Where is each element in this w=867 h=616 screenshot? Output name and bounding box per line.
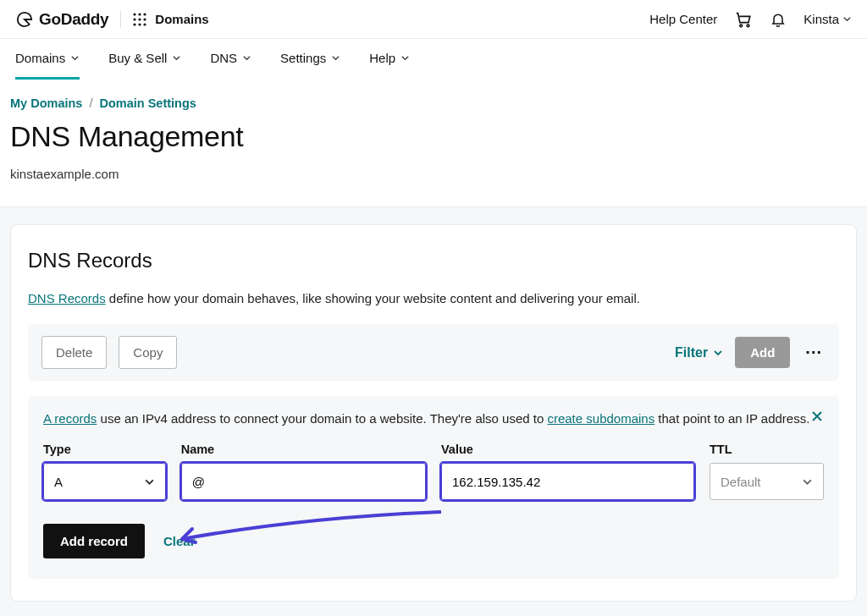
crumb-domain-settings[interactable]: Domain Settings <box>99 96 196 110</box>
nav-label: Buy & Sell <box>108 51 167 65</box>
chevron-down-icon <box>144 476 155 487</box>
chevron-down-icon <box>70 53 80 63</box>
card-desc-text: define how your domain behaves, like sho… <box>106 291 640 305</box>
top-bar: GoDaddy Domains Help Center Kinsta <box>0 0 867 39</box>
add-record-button[interactable]: Add record <box>43 524 145 558</box>
svg-point-2 <box>144 13 146 15</box>
clear-link[interactable]: Clear <box>163 534 196 548</box>
crumb-my-domains[interactable]: My Domains <box>10 96 82 110</box>
svg-point-4 <box>139 18 141 20</box>
dns-records-help-link[interactable]: DNS Records <box>28 291 106 305</box>
field-ttl: TTL Default <box>710 443 824 500</box>
nav-label: Settings <box>280 51 326 65</box>
nav-buy-sell[interactable]: Buy & Sell <box>108 51 181 80</box>
nav-label: Help <box>369 51 395 65</box>
nav-label: Domains <box>15 51 65 65</box>
user-menu[interactable]: Kinsta <box>803 12 852 26</box>
records-toolbar: Delete Copy Filter Add ··· <box>28 324 839 381</box>
record-form-panel: A records use an IPv4 address to connect… <box>28 396 839 579</box>
info-text: A records use an IPv4 address to connect… <box>43 411 824 426</box>
brand-name: GoDaddy <box>39 10 108 29</box>
type-value: A <box>54 475 63 489</box>
svg-point-9 <box>740 24 743 26</box>
content-area: DNS Records DNS Records define how your … <box>0 206 867 616</box>
type-label: Type <box>43 443 166 456</box>
value-label: Value <box>441 443 694 456</box>
ttl-value: Default <box>721 475 761 489</box>
svg-point-5 <box>144 18 146 20</box>
divider <box>120 11 121 28</box>
svg-point-3 <box>134 18 136 20</box>
add-button[interactable]: Add <box>735 337 790 368</box>
a-records-link[interactable]: A records <box>43 411 97 426</box>
brand-logo[interactable]: GoDaddy <box>15 10 108 29</box>
annotation-arrow-icon <box>170 509 450 547</box>
name-input[interactable] <box>192 475 415 489</box>
chevron-down-icon <box>802 476 813 487</box>
svg-point-0 <box>134 13 136 15</box>
create-subdomains-link[interactable]: create subdomains <box>547 411 654 426</box>
help-center-link[interactable]: Help Center <box>649 12 717 26</box>
nav-label: DNS <box>210 51 237 65</box>
card-heading: DNS Records <box>28 249 839 272</box>
chevron-down-icon <box>331 53 340 63</box>
topbar-section-label[interactable]: Domains <box>155 12 208 26</box>
card-description: DNS Records define how your domain behav… <box>28 291 839 305</box>
svg-point-6 <box>134 23 136 25</box>
copy-button[interactable]: Copy <box>119 336 177 369</box>
page-subtitle-domain: kinstaexample.com <box>10 167 857 181</box>
cart-icon[interactable] <box>734 10 753 29</box>
delete-button[interactable]: Delete <box>41 336 107 369</box>
user-name: Kinsta <box>803 12 839 26</box>
chevron-down-icon <box>242 53 251 63</box>
svg-point-1 <box>139 13 141 15</box>
ttl-select[interactable]: Default <box>710 463 824 500</box>
svg-point-8 <box>144 23 146 25</box>
field-name: Name <box>181 443 426 500</box>
svg-point-10 <box>747 24 749 26</box>
filter-label: Filter <box>675 345 708 360</box>
ttl-label: TTL <box>710 443 824 456</box>
chevron-down-icon <box>172 53 181 63</box>
apps-grid-icon[interactable] <box>133 13 146 26</box>
dns-records-card: DNS Records DNS Records define how your … <box>10 224 857 602</box>
close-icon[interactable] <box>810 410 824 426</box>
filter-button[interactable]: Filter <box>675 345 723 360</box>
nav-domains[interactable]: Domains <box>15 51 80 80</box>
crumb-separator: / <box>89 96 92 110</box>
breadcrumb: My Domains / Domain Settings <box>10 96 857 110</box>
name-label: Name <box>181 443 426 456</box>
value-input[interactable] <box>452 475 683 489</box>
name-input-wrap <box>181 463 426 500</box>
chevron-down-icon <box>400 53 410 63</box>
more-menu-icon[interactable]: ··· <box>802 343 826 362</box>
form-actions: Add record Clear <box>43 524 824 558</box>
svg-point-7 <box>139 23 141 25</box>
chevron-down-icon <box>842 14 852 24</box>
type-select[interactable]: A <box>43 463 166 500</box>
nav-settings[interactable]: Settings <box>280 51 340 80</box>
value-input-wrap <box>441 463 694 500</box>
chevron-down-icon <box>713 348 723 358</box>
godaddy-icon <box>15 11 34 28</box>
bell-icon[interactable] <box>770 10 787 29</box>
page-title: DNS Management <box>10 120 857 153</box>
main-nav: Domains Buy & Sell DNS Settings Help <box>0 39 867 80</box>
field-type: Type A <box>43 443 166 500</box>
field-value: Value <box>441 443 694 500</box>
record-form-row: Type A Name Value <box>43 443 824 500</box>
nav-dns[interactable]: DNS <box>210 51 251 80</box>
page-header: My Domains / Domain Settings DNS Managem… <box>0 80 867 206</box>
nav-help[interactable]: Help <box>369 51 410 80</box>
